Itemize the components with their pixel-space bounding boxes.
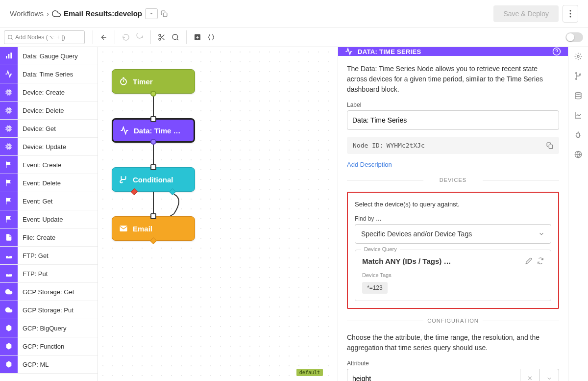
file-icon (0, 229, 18, 246)
nodeid-box: Node ID: WYHMc2tXJc (347, 137, 559, 154)
code-button[interactable] (204, 30, 218, 44)
palette-item[interactable]: FTP: Put (0, 265, 98, 283)
hex-icon (0, 356, 18, 373)
palette-item[interactable]: GCP Storage: Get (0, 283, 98, 301)
config-intro: Choose the the attribute, the time range… (347, 332, 559, 353)
branch-dropdown[interactable] (145, 8, 158, 19)
svg-point-4 (8, 35, 12, 39)
cloud-icon (52, 9, 61, 18)
palette-item-label: Device: Delete (18, 102, 98, 119)
device-query-fieldset: Device Query Match ANY (IDs / Tags) … De… (355, 250, 551, 301)
label-field-label: Label (347, 102, 559, 108)
node-data-time-series[interactable]: Data: Time … (112, 118, 195, 143)
copy-icon[interactable] (161, 10, 168, 17)
palette-item-label: Event: Get (18, 192, 98, 210)
properties-panel: DATA: TIME SERIES The Data: Time Series … (338, 47, 568, 381)
palette-item[interactable]: FTP: Get (0, 247, 98, 265)
breadcrumb-root[interactable]: Workflows (10, 9, 44, 18)
attribute-input[interactable] (347, 369, 520, 381)
edit-icon[interactable] (525, 257, 532, 264)
cpu-icon (0, 83, 18, 101)
cloud-icon (0, 301, 18, 319)
settings-icon[interactable] (574, 52, 583, 61)
palette-item[interactable]: GCP Storage: Put (0, 301, 98, 319)
palette-item[interactable]: Event: Get (0, 192, 98, 210)
chart-icon[interactable] (574, 111, 583, 120)
palette-item[interactable]: Data: Time Series (0, 65, 98, 83)
node-email[interactable]: Email (112, 216, 195, 241)
undo-button[interactable] (119, 30, 133, 44)
palette-item-label: Event: Create (18, 156, 98, 174)
flag-icon (0, 192, 18, 210)
svg-point-24 (577, 55, 579, 57)
flag-icon (0, 156, 18, 174)
svg-rect-12 (7, 90, 11, 94)
palette-item-label: GCP: ML (18, 356, 98, 373)
attribute-label: Attribute (347, 360, 559, 367)
palette-item[interactable]: GCP: Function (0, 337, 98, 356)
branch-icon[interactable] (574, 72, 583, 80)
svg-rect-11 (10, 52, 12, 58)
node-description: The Data: Time Series Node allows you to… (347, 64, 559, 95)
palette-item[interactable]: Event: Update (0, 210, 98, 229)
svg-rect-16 (7, 127, 11, 130)
palette-item[interactable]: File: Create (0, 229, 98, 247)
activity-icon (120, 126, 129, 135)
findby-select[interactable]: Specific Devices and/or Device Tags (355, 224, 551, 244)
cut-button[interactable] (155, 30, 169, 44)
palette-item-label: GCP: Function (18, 337, 98, 355)
search-icon (7, 34, 13, 40)
palette-item[interactable]: Device: Create (0, 83, 98, 102)
svg-point-25 (576, 73, 577, 74)
palette-item[interactable]: Device: Get (0, 120, 98, 138)
environment-badge: default (296, 369, 323, 376)
node-timer[interactable]: Timer (112, 69, 195, 94)
palette-item[interactable]: GCP: ML (0, 356, 98, 374)
palette-item-label: Device: Update (18, 138, 98, 155)
config-section-title: CONFIGURATION (347, 318, 559, 324)
palette-item[interactable]: GCP: BigQuery (0, 319, 98, 337)
back-button[interactable] (97, 30, 111, 44)
save-deploy-button[interactable]: Save & Deploy (493, 5, 559, 22)
palette-item[interactable]: Data: Gauge Query (0, 47, 98, 65)
svg-point-26 (576, 78, 577, 80)
refresh-icon[interactable] (537, 257, 544, 264)
bar-chart-icon (0, 47, 18, 65)
cpu-icon (0, 138, 18, 155)
label-input[interactable] (347, 110, 559, 130)
zoom-button[interactable] (169, 30, 182, 44)
palette-item[interactable]: Device: Update (0, 138, 98, 156)
svg-rect-17 (8, 127, 10, 129)
right-rail (568, 47, 588, 381)
copy-icon[interactable] (546, 142, 553, 149)
toggle-switch[interactable] (565, 32, 583, 42)
palette-item-label: Data: Gauge Query (18, 47, 98, 65)
palette-item-label: Event: Delete (18, 174, 98, 192)
palette-item[interactable]: Event: Delete (0, 174, 98, 192)
add-nodes-search[interactable]: Add Nodes (⌥ + [) (4, 30, 85, 44)
globe-icon[interactable] (574, 150, 583, 159)
clear-attribute-button[interactable]: ✕ (520, 369, 539, 381)
redo-button[interactable] (133, 30, 147, 44)
palette-item[interactable]: Event: Create (0, 156, 98, 174)
svg-point-28 (575, 92, 581, 94)
panel-title: DATA: TIME SERIES (358, 48, 421, 55)
svg-rect-10 (8, 54, 10, 58)
branch-icon (119, 175, 128, 184)
mail-icon (119, 224, 128, 233)
add-description-link[interactable]: Add Description (347, 161, 559, 168)
database-icon[interactable] (574, 91, 583, 100)
more-menu-button[interactable] (563, 5, 578, 23)
device-tag-chip[interactable]: *=123 (362, 282, 388, 294)
bug-icon[interactable] (574, 130, 583, 139)
svg-point-3 (570, 16, 571, 17)
attribute-dropdown[interactable] (539, 369, 559, 381)
add-button[interactable] (191, 30, 204, 44)
flag-icon (0, 210, 18, 228)
help-icon[interactable] (552, 47, 561, 56)
palette-item[interactable]: Device: Delete (0, 102, 98, 120)
more-vert-icon (569, 10, 571, 18)
workflow-canvas[interactable]: Timer Data: Time … Conditional Email def… (98, 47, 338, 381)
match-label: Match ANY (IDs / Tags) … (362, 257, 451, 265)
node-conditional[interactable]: Conditional (112, 167, 195, 192)
